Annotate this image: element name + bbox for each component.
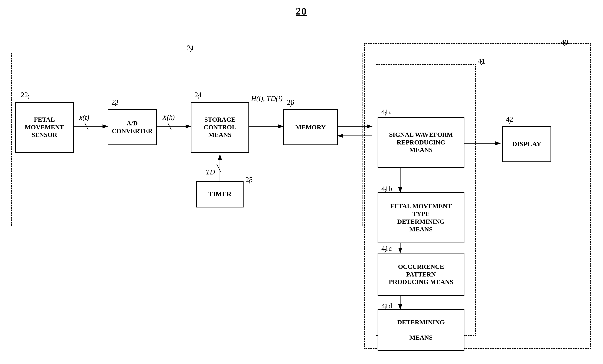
label-td: TD	[206, 168, 215, 176]
ref-23: 23	[111, 98, 118, 106]
ref-26: 26	[287, 98, 294, 106]
ref-41a: 41a	[381, 108, 392, 116]
ref-41b: 41b	[381, 185, 392, 193]
box-signal-waveform: SIGNAL WAVEFORMREPRODUCINGMEANS	[378, 117, 464, 168]
box-display: DISPLAY	[502, 126, 551, 162]
ref-41c: 41c	[381, 244, 392, 253]
box-ad-converter: A/DCONVERTER	[108, 109, 157, 145]
box-fetal-sensor: FETALMOVEMENTSENSOR	[15, 102, 74, 153]
box-storage-control: STORAGECONTROLMEANS	[191, 102, 249, 153]
box-memory: MEMORY	[283, 109, 338, 145]
ref-41d: 41d	[381, 302, 392, 310]
diagram-title: 20	[296, 6, 307, 17]
label-xt: x(t)	[79, 113, 89, 121]
ref-41: 41	[478, 56, 485, 66]
ref-25: 25	[245, 175, 253, 184]
ref-22: 22	[21, 90, 28, 99]
ref-42: 42	[506, 115, 513, 123]
label-hitdi: H(i), TD(i)	[251, 94, 283, 103]
ref-40: 40	[561, 38, 568, 47]
label-xk: X(k)	[162, 113, 175, 121]
box-determining-means: DETERMININGMEANS	[378, 309, 464, 351]
box-fetal-movement-type: FETAL MOVEMENTTYPEDETERMININGMEANS	[378, 192, 464, 243]
box-occurrence-pattern: OCCURRENCEPATTERNPRODUCING MEANS	[378, 253, 464, 296]
ref-21: 21	[187, 43, 195, 52]
box-timer: TIMER	[196, 181, 244, 208]
ref-24: 24	[195, 90, 202, 99]
